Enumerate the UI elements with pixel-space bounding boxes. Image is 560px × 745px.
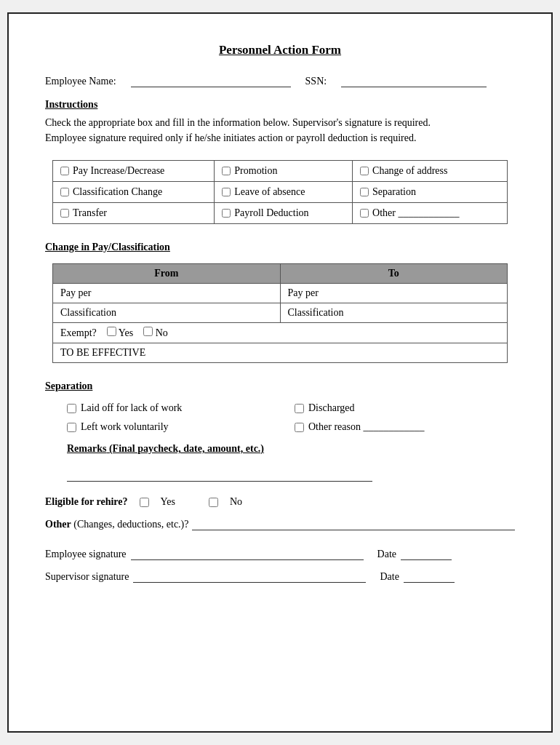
employee-date-input[interactable] [401,548,452,560]
action-cell-other: Other ____________ [353,203,508,224]
employee-sig-row: Employee signature Date [45,548,515,560]
classification-from-cell: Classification [53,303,281,323]
separation-heading: Separation [45,381,515,392]
signature-section: Employee signature Date Supervisor signa… [45,548,515,583]
pay-header-row: From To [53,264,508,284]
checkbox-address[interactable] [360,167,369,175]
checkbox-discharged[interactable] [295,404,304,413]
checkbox-other-reason[interactable] [295,423,304,432]
supervisor-sig-label: Supervisor signature [45,571,129,583]
checkbox-laid-off-item: Laid off for lack of work [67,402,287,414]
checkbox-other-action[interactable] [360,209,369,218]
supervisor-sig-row: Supervisor signature Date [45,570,515,583]
effective-cell: TO BE EFFECTIVE [53,343,508,363]
checkbox-left-work-item: Left work voluntarily [67,421,287,433]
checkbox-other-reason-item: Other reason ____________ [295,421,515,433]
action-cell-promotion: Promotion [215,161,353,182]
remarks-section: Remarks (Final paycheck, date, amount, e… [67,443,515,482]
instructions-heading: Instructions [45,99,515,111]
action-row-3: Transfer Payroll Deduction Other _______… [53,203,508,224]
separation-options: Laid off for lack of work Discharged Lef… [67,402,515,433]
checkbox-exempt-yes[interactable] [107,327,116,336]
action-cell-transfer: Transfer [53,203,215,224]
checkbox-separation[interactable] [360,188,369,196]
action-cell-pay: Pay Increase/Decrease [53,161,215,182]
checkbox-payroll[interactable] [222,209,231,218]
from-header: From [53,264,281,284]
instructions-text: Check the appropriate box and fill in th… [45,115,515,146]
checkbox-promotion[interactable] [222,167,231,175]
yes-label: Yes [119,327,133,338]
action-row-2: Classification Change Leave of absence S… [53,182,508,203]
effective-row: TO BE EFFECTIVE [53,343,508,363]
ssn-label: SSN: [305,76,327,87]
pay-row: Pay per Pay per [53,284,508,303]
checkbox-classification[interactable] [60,188,69,196]
action-cell-classification: Classification Change [53,182,215,203]
checkbox-laid-off[interactable] [67,404,76,413]
pay-from-cell: Pay per [53,284,281,303]
classification-row: Classification Classification [53,303,508,323]
action-cell-address: Change of address [353,161,508,182]
no-label: No [156,327,168,338]
employee-sig-label: Employee signature [45,549,127,560]
personnel-action-form: Personnel Action Form Employee Name: SSN… [7,12,553,733]
exempt-row: Exempt? Yes No [53,323,508,343]
action-cell-payroll: Payroll Deduction [215,203,353,224]
checkbox-left-work[interactable] [67,423,76,432]
checkbox-exempt-no[interactable] [143,327,153,336]
other-reason-label: Other reason ____________ [308,421,424,433]
action-row-1: Pay Increase/Decrease Promotion Change o… [53,161,508,182]
employee-name-label: Employee Name: [45,76,116,87]
other-input[interactable] [192,518,516,530]
separation-section: Separation Laid off for lack of work Dis… [45,381,515,482]
other-row: Other (Changes, deductions, etc.)? [45,518,515,530]
checkbox-leave[interactable] [222,188,231,196]
to-header: To [280,264,508,284]
date-label-2: Date [380,571,399,583]
eligible-row: Eligible for rehire? Yes No [45,496,515,508]
rehire-no-label: No [230,496,242,508]
supervisor-date-input[interactable] [404,570,455,583]
eligible-label: Eligible for rehire? [45,496,128,508]
rehire-yes-label: Yes [161,496,175,508]
checkbox-discharged-item: Discharged [295,402,515,414]
pay-classification-table: From To Pay per Pay per Classification C… [52,263,508,363]
employee-sig-input[interactable] [131,548,364,560]
change-pay-heading: Change in Pay/Classification [45,242,515,253]
left-work-label: Left work voluntarily [81,421,169,433]
date-label-1: Date [377,549,396,560]
pay-to-cell: Pay per [280,284,508,303]
action-cell-leave: Leave of absence [215,182,353,203]
supervisor-sig-input[interactable] [133,570,366,583]
form-title: Personnel Action Form [45,43,515,57]
checkbox-transfer[interactable] [60,209,69,218]
employee-name-input[interactable] [131,75,291,87]
exempt-cell: Exempt? Yes No [53,323,508,343]
exempt-label: Exempt? [60,327,97,338]
employee-ssn-row: Employee Name: SSN: [45,75,515,87]
checkbox-rehire-yes[interactable] [140,498,149,507]
action-options-table: Pay Increase/Decrease Promotion Change o… [52,160,508,224]
classification-to-cell: Classification [280,303,508,323]
checkbox-pay-increase[interactable] [60,167,69,175]
ssn-input[interactable] [341,75,487,87]
laid-off-label: Laid off for lack of work [81,402,182,414]
checkbox-rehire-no[interactable] [209,498,218,507]
remarks-label-text: Remarks (Final paycheck, date, amount, e… [67,443,515,455]
remarks-input[interactable] [67,469,372,482]
other-label: Other (Changes, deductions, etc.)? [45,519,189,530]
action-cell-separation: Separation [353,182,508,203]
discharged-label: Discharged [308,402,355,414]
